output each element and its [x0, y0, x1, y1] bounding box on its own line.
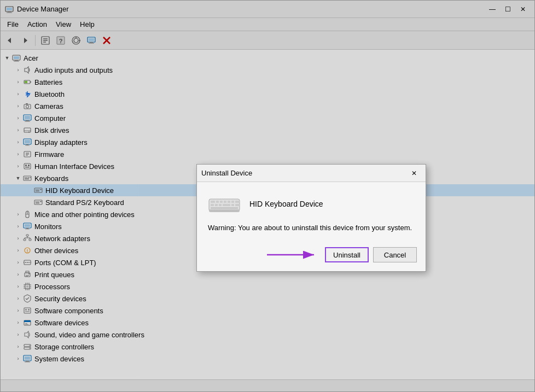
svg-rect-130 [220, 201, 223, 203]
dialog-device-icon [208, 193, 241, 215]
svg-rect-138 [223, 204, 230, 206]
cancel-button[interactable]: Cancel [373, 247, 417, 262]
dialog-warning-text: Warning: You are about to uninstall this… [208, 224, 415, 232]
uninstall-button[interactable]: Uninstall [325, 247, 369, 262]
uninstall-arrow [206, 247, 321, 262]
svg-rect-134 [235, 201, 240, 203]
dialog-body: HID Keyboard Device Warning: You are abo… [197, 182, 426, 241]
svg-rect-137 [219, 204, 222, 206]
dialog-footer: Uninstall Cancel [197, 241, 426, 271]
uninstall-dialog: Uninstall Device ✕ [196, 164, 426, 272]
svg-rect-139 [231, 204, 234, 206]
svg-rect-128 [211, 201, 215, 203]
svg-rect-141 [211, 207, 238, 209]
dialog-device-row: HID Keyboard Device [208, 193, 415, 215]
dialog-device-name: HID Keyboard Device [249, 200, 323, 208]
dialog-title: Uninstall Device [201, 169, 407, 177]
dialog-overlay: Uninstall Device ✕ [0, 0, 535, 392]
svg-rect-135 [211, 204, 214, 206]
dialog-close-button[interactable]: ✕ [407, 167, 421, 179]
dialog-title-bar: Uninstall Device ✕ [197, 165, 426, 182]
svg-rect-140 [235, 204, 240, 206]
svg-rect-132 [228, 201, 230, 203]
svg-rect-133 [231, 201, 234, 203]
svg-rect-136 [215, 204, 218, 206]
svg-rect-142 [209, 209, 240, 212]
svg-rect-131 [224, 201, 226, 203]
svg-rect-129 [216, 201, 219, 203]
